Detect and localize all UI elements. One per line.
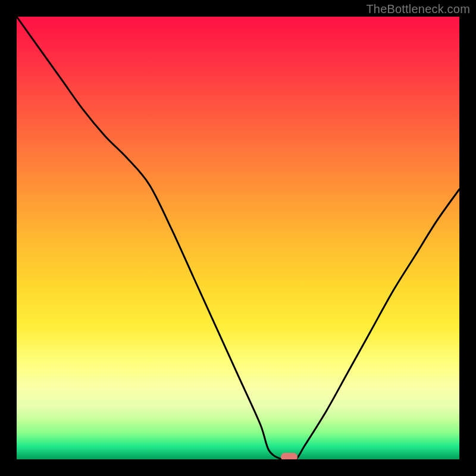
plot-area bbox=[17, 17, 459, 459]
chart-frame: TheBottleneck.com bbox=[0, 0, 476, 476]
watermark-text: TheBottleneck.com bbox=[366, 2, 470, 16]
bottleneck-curve bbox=[17, 17, 459, 459]
optimal-point-marker bbox=[281, 453, 298, 459]
